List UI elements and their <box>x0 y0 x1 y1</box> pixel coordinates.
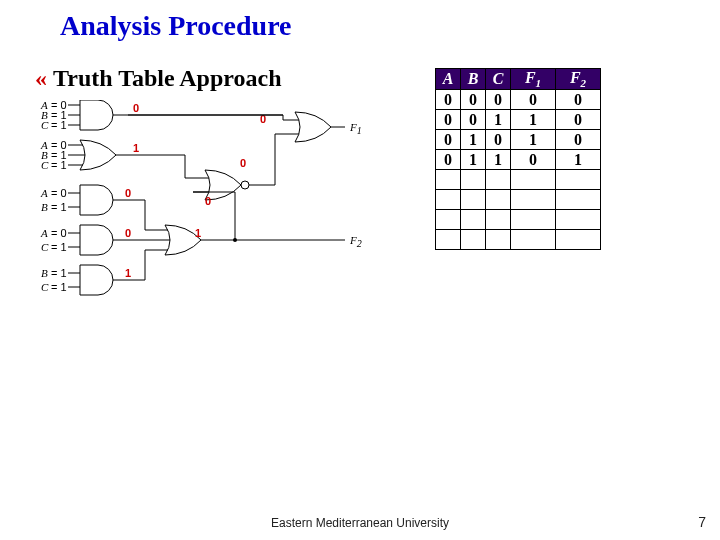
table-cell: 0 <box>556 110 601 130</box>
table-cell: 0 <box>556 90 601 110</box>
nor-in-bot-val: 0 <box>240 157 246 169</box>
table-cell: 1 <box>486 110 511 130</box>
or-gate-f1 <box>283 112 345 142</box>
table-cell: 1 <box>486 150 511 170</box>
nor-out-val: 0 <box>205 195 211 207</box>
table-cell <box>461 190 486 210</box>
table-cell <box>486 190 511 210</box>
nor-gate <box>193 170 263 200</box>
table-cell: 1 <box>511 110 556 130</box>
table-cell <box>461 230 486 250</box>
th-B: B <box>461 69 486 90</box>
table-row: 00000 <box>436 90 601 110</box>
table-cell <box>486 210 511 230</box>
label-C-g1: C <box>41 119 49 131</box>
table-cell: 1 <box>511 130 556 150</box>
table-cell <box>556 190 601 210</box>
table-cell <box>436 170 461 190</box>
th-F2: F2 <box>556 69 601 90</box>
table-cell: 0 <box>436 130 461 150</box>
slide-subtitle: «Truth Table Approach <box>35 65 282 92</box>
output-F1: F1 <box>349 121 362 136</box>
out-g1: 0 <box>133 102 139 114</box>
table-cell <box>511 190 556 210</box>
out-g3: 0 <box>125 187 131 199</box>
table-cell <box>436 190 461 210</box>
label-C-g4: C <box>41 241 49 253</box>
table-row <box>436 190 601 210</box>
slide-footer: Eastern Mediterranean University <box>0 516 720 530</box>
table-cell: 0 <box>461 90 486 110</box>
table-cell: 1 <box>461 150 486 170</box>
val-C-g1: = 1 <box>51 119 67 131</box>
table-cell: 1 <box>556 150 601 170</box>
table-cell <box>511 230 556 250</box>
table-row <box>436 210 601 230</box>
table-cell <box>511 210 556 230</box>
val-C-g2: = 1 <box>51 159 67 171</box>
and-gate-ab <box>68 185 128 215</box>
label-B-g5: B <box>41 267 48 279</box>
truth-table-header: A B C F1 F2 <box>436 69 601 90</box>
truth-table: A B C F1 F2 00000001100101001101 <box>435 68 601 250</box>
and-gate-bc <box>68 265 128 295</box>
table-cell <box>436 230 461 250</box>
th-A: A <box>436 69 461 90</box>
or-gate-abc <box>68 140 130 170</box>
svg-point-18 <box>233 238 237 242</box>
or-gate-f2 <box>153 225 215 255</box>
and-gate-ac <box>68 225 128 255</box>
val-C-g4: = 1 <box>51 241 67 253</box>
table-cell <box>486 230 511 250</box>
table-cell: 0 <box>556 130 601 150</box>
out-g4: 0 <box>125 227 131 239</box>
out-g2: 1 <box>133 142 139 154</box>
page-number: 7 <box>698 514 706 530</box>
table-cell <box>461 170 486 190</box>
table-cell: 0 <box>436 150 461 170</box>
table-cell <box>511 170 556 190</box>
table-row: 00110 <box>436 110 601 130</box>
logic-circuit-diagram: A = 0 B = 1 C = 1 0 A = 0 B = 1 C = 1 1 … <box>25 100 395 360</box>
and-gate-abc <box>68 100 128 130</box>
slide-title: Analysis Procedure <box>60 10 292 42</box>
label-A-g4: A <box>40 227 48 239</box>
table-cell <box>436 210 461 230</box>
table-cell: 0 <box>461 110 486 130</box>
table-row <box>436 170 601 190</box>
th-F1: F1 <box>511 69 556 90</box>
th-C: C <box>486 69 511 90</box>
table-cell <box>556 170 601 190</box>
table-cell: 0 <box>511 150 556 170</box>
label-B-g3: B <box>41 201 48 213</box>
table-row: 01010 <box>436 130 601 150</box>
table-cell: 0 <box>511 90 556 110</box>
table-cell: 0 <box>486 130 511 150</box>
table-row: 01101 <box>436 150 601 170</box>
table-cell <box>461 210 486 230</box>
subtitle-text: Truth Table Approach <box>53 65 282 91</box>
table-cell: 0 <box>486 90 511 110</box>
val-A-g4: = 0 <box>51 227 67 239</box>
output-F2: F2 <box>349 234 362 249</box>
val-C-g5: = 1 <box>51 281 67 293</box>
table-row <box>436 230 601 250</box>
val-B-g3: = 1 <box>51 201 67 213</box>
table-cell: 0 <box>436 90 461 110</box>
table-cell <box>556 230 601 250</box>
label-A-g3: A <box>40 187 48 199</box>
table-cell: 1 <box>461 130 486 150</box>
table-cell <box>556 210 601 230</box>
label-C-g5: C <box>41 281 49 293</box>
table-cell: 0 <box>436 110 461 130</box>
val-A-g3: = 0 <box>51 187 67 199</box>
label-C-g2: C <box>41 159 49 171</box>
table-cell <box>486 170 511 190</box>
out-g5: 1 <box>125 267 131 279</box>
val-B-g5: = 1 <box>51 267 67 279</box>
bullet-icon: « <box>35 65 47 91</box>
or-mid-val: 1 <box>195 227 201 239</box>
